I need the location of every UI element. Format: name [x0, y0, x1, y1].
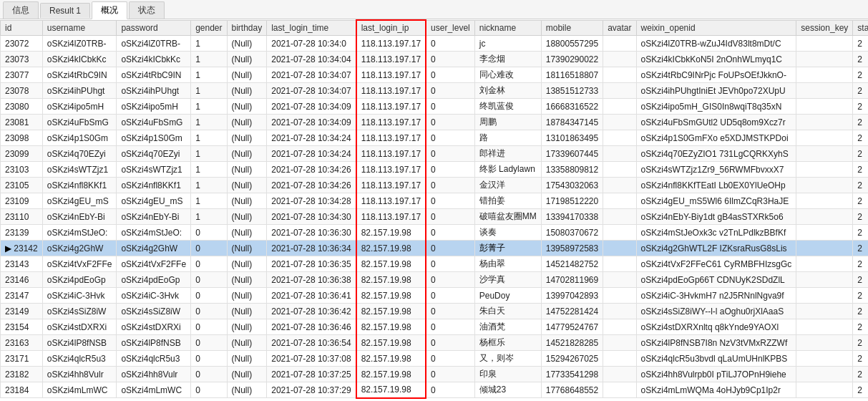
- table-row[interactable]: 23147oSKzi4iC-3HvkoSKzi4iC-3Hvk0(Null)20…: [1, 288, 869, 304]
- cell-mobile: 13958972583: [541, 241, 603, 256]
- cell-password: oSKzi4tVxF2FFe: [117, 256, 191, 272]
- cell-id: 23163: [1, 335, 43, 351]
- table-row[interactable]: 23184oSKzi4mLmWCoSKzi4mLmWC0(Null)2021-0…: [1, 382, 869, 398]
- cell-gender: 1: [191, 67, 227, 83]
- table-row[interactable]: 23171oSKzi4qlcR5u3oSKzi4qlcR5u30(Null)20…: [1, 351, 869, 367]
- cell-gender: 0: [191, 256, 227, 272]
- table-row[interactable]: 23182oSKzi4hh8VulroSKzi4hh8Vulr0(Null)20…: [1, 367, 869, 382]
- cell-nickname: 同心难改: [474, 67, 541, 83]
- cell-username: oSKzi4mStJeO:: [42, 225, 117, 241]
- cell-username: oSKzi4p1S0Gm: [42, 130, 117, 146]
- col-header-mobile[interactable]: mobile: [541, 20, 603, 36]
- col-header-session_key[interactable]: session_key: [796, 20, 853, 36]
- cell-gender: 0: [191, 304, 227, 319]
- cell-nickname: 沙学真: [474, 272, 541, 288]
- cell-birthday: (Null): [227, 351, 267, 367]
- cell-id: 23184: [1, 382, 43, 398]
- table-row[interactable]: 23078oSKzi4ihPUhgtoSKzi4ihPUhgt1(Null)20…: [1, 83, 869, 99]
- main-container: 信息Result 1概况状态 idusernamepasswordgenderb…: [0, 0, 868, 401]
- table-row[interactable]: 23081oSKzi4uFbSmGoSKzi4uFbSmG1(Null)2021…: [1, 115, 869, 130]
- cell-last_login_ip: 82.157.19.98: [356, 382, 426, 398]
- cell-weixin_openid: oSKzi4p1S0GmFXo e5XDJMSTKPDoi: [636, 130, 796, 146]
- cell-password: oSKzi4sWTZjz1: [117, 162, 191, 178]
- cell-birthday: (Null): [227, 319, 267, 335]
- cell-last_login_ip: 118.113.197.17: [356, 193, 426, 209]
- col-header-last_login_ip[interactable]: last_login_ip: [356, 20, 426, 36]
- cell-gender: 0: [191, 319, 227, 335]
- cell-mobile: 14702811969: [541, 272, 603, 288]
- table-row[interactable]: 23099oSKzi4q70EZyioSKzi4q70EZyi1(Null)20…: [1, 146, 869, 162]
- cell-last_login_time: 2021-07-28 10:36:30: [267, 225, 356, 241]
- cell-last_login_ip: 82.157.19.98: [356, 256, 426, 272]
- cell-user_level: 0: [426, 209, 474, 225]
- col-header-nickname[interactable]: nickname: [474, 20, 541, 36]
- cell-username: oSKzi4nfl8KKf1: [42, 178, 117, 193]
- table-row[interactable]: 23072oSKzi4lZ0TRB-oSKzi4lZ0TRB-1(Null)20…: [1, 36, 869, 52]
- cell-mobile: 18800557295: [541, 36, 603, 52]
- cell-user_level: 0: [426, 83, 474, 99]
- table-row[interactable]: 23154oSKzi4stDXRXioSKzi4stDXRXi0(Null)20…: [1, 319, 869, 335]
- col-header-username[interactable]: username: [42, 20, 117, 36]
- table-row[interactable]: 23080oSKzi4ipo5mHoSKzi4ipo5mH1(Null)2021…: [1, 99, 869, 115]
- col-header-id[interactable]: id: [1, 20, 43, 36]
- table-row[interactable]: 23163oSKzi4lP8fNSBoSKzi4lP8fNSB0(Null)20…: [1, 335, 869, 351]
- table-row[interactable]: 23139oSKzi4mStJeO:oSKzi4mStJeO:0(Null)20…: [1, 225, 869, 241]
- col-header-last_login_time[interactable]: last_login_time: [267, 20, 356, 36]
- cell-id-value: 23081: [5, 117, 29, 127]
- cell-gender: 1: [191, 193, 227, 209]
- col-header-status[interactable]: status: [853, 20, 868, 36]
- cell-username: oSKzi4qlcR5u3: [42, 351, 117, 367]
- cell-avatar: [603, 319, 636, 335]
- cell-id-value: 23078: [5, 86, 29, 96]
- table-row[interactable]: 23110oSKzi4nEbY-BioSKzi4nEbY-Bi1(Null)20…: [1, 209, 869, 225]
- cell-id: 23099: [1, 146, 43, 162]
- cell-user_level: 0: [426, 256, 474, 272]
- cell-mobile: 13394170338: [541, 209, 603, 225]
- table-row[interactable]: 23146oSKzi4pdEoGpoSKzi4pdEoGp0(Null)2021…: [1, 272, 869, 288]
- col-header-password[interactable]: password: [117, 20, 191, 36]
- cell-session_key: [796, 256, 853, 272]
- cell-id-value: 23105: [5, 180, 29, 190]
- cell-id-value: 23080: [5, 102, 29, 112]
- col-header-birthday[interactable]: birthday: [227, 20, 267, 36]
- cell-birthday: (Null): [227, 83, 267, 99]
- table-row[interactable]: 23143oSKzi4tVxF2FFeoSKzi4tVxF2FFe0(Null)…: [1, 256, 869, 272]
- cell-last_login_ip: 82.157.19.98: [356, 335, 426, 351]
- cell-weixin_openid: oSKzi4qlcR5u3bvdl qLaUmUHnlKPBS: [636, 351, 796, 367]
- table-row[interactable]: 23109oSKzi4gEU_mSoSKzi4gEU_mS1(Null)2021…: [1, 193, 869, 209]
- table-row[interactable]: 23073oSKzi4kICbkKcoSKzi4kICbkKc1(Null)20…: [1, 52, 869, 67]
- col-header-weixin_openid[interactable]: weixin_openid: [636, 20, 796, 36]
- cell-last_login_time: 2021-07-28 10:34:09: [267, 115, 356, 130]
- cell-avatar: [603, 178, 636, 193]
- tab-result1[interactable]: Result 1: [40, 3, 90, 18]
- cell-last_login_ip: 82.157.19.98: [356, 351, 426, 367]
- cell-mobile: 15080370672: [541, 225, 603, 241]
- cell-gender: 1: [191, 115, 227, 130]
- cell-id: 23081: [1, 115, 43, 130]
- cell-id-value: 23154: [5, 322, 29, 332]
- cell-mobile: 15294267025: [541, 351, 603, 367]
- cell-last_login_time: 2021-07-28 10:37:29: [267, 382, 356, 398]
- cell-user_level: 0: [426, 319, 474, 335]
- cell-password: oSKzi4nEbY-Bi: [117, 209, 191, 225]
- cell-id-value: 23073: [5, 54, 29, 64]
- tab-概况[interactable]: 概况: [92, 1, 127, 19]
- cell-last_login_time: 2021-07-28 10:34:09: [267, 99, 356, 115]
- cell-avatar: [603, 272, 636, 288]
- table-row[interactable]: 23077oSKzi4tRbC9INoSKzi4tRbC9IN1(Null)20…: [1, 67, 869, 83]
- table-row[interactable]: 23098oSKzi4p1S0GmoSKzi4p1S0Gm1(Null)2021…: [1, 130, 869, 146]
- tab-信息[interactable]: 信息: [3, 1, 39, 19]
- cell-mobile: 17543032063: [541, 178, 603, 193]
- table-row[interactable]: 23105oSKzi4nfl8KKf1oSKzi4nfl8KKf11(Null)…: [1, 178, 869, 193]
- col-header-avatar[interactable]: avatar: [603, 20, 636, 36]
- cell-gender: 0: [191, 272, 227, 288]
- table-row[interactable]: ▶ 23142oSKzi4g2GhWoSKzi4g2GhW0(Null)2021…: [1, 241, 869, 256]
- col-header-gender[interactable]: gender: [191, 20, 227, 36]
- cell-weixin_openid: oSKzi4hh8Vulrpb0I pTiLJ7OPnH9iehe: [636, 367, 796, 382]
- table-row[interactable]: 23149oSKzi4sSiZ8iWoSKzi4sSiZ8iW0(Null)20…: [1, 304, 869, 319]
- cell-mobile: 17733541298: [541, 367, 603, 382]
- table-row[interactable]: 23103oSKzi4sWTZjz1oSKzi4sWTZjz11(Null)20…: [1, 162, 869, 178]
- cell-id-value: 23182: [5, 369, 29, 380]
- col-header-user_level[interactable]: user_level: [426, 20, 474, 36]
- tab-状态[interactable]: 状态: [129, 1, 165, 19]
